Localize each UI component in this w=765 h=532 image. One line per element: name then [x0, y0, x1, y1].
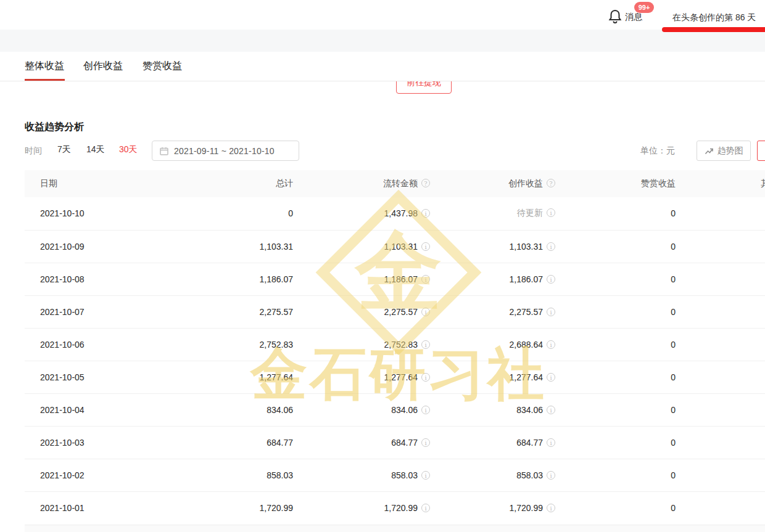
info-icon[interactable]: i — [421, 242, 430, 251]
cell-creation-earnings: 858.03i — [430, 459, 555, 491]
cell-date: 2021-10-02 — [25, 459, 148, 491]
cell-other-earnings — [676, 426, 765, 459]
info-icon[interactable]: i — [421, 308, 430, 316]
tab-overall-earnings[interactable]: 整体收益 — [25, 60, 64, 73]
info-icon[interactable]: i — [421, 340, 430, 349]
info-icon[interactable]: i — [547, 504, 555, 512]
cell-flow-amount: 1,720.99i — [293, 491, 430, 524]
tab-creation-earnings[interactable]: 创作收益 — [83, 60, 123, 73]
cell-date: 2021-10-05 — [25, 361, 148, 393]
unit-label: 单位：元 — [640, 145, 675, 157]
cell-appreciation-earnings: 0 — [555, 328, 676, 361]
cell-total: 1,277.64 — [148, 361, 293, 393]
cell-appreciation-earnings: 0 — [555, 426, 676, 459]
info-icon[interactable]: i — [547, 275, 555, 284]
cell-appreciation-earnings: 0 — [555, 295, 676, 328]
header-date: 日期 — [25, 170, 148, 197]
cell-appreciation-earnings: 0 — [555, 361, 676, 393]
info-icon[interactable]: i — [421, 209, 430, 218]
cell-other-earnings — [676, 459, 765, 491]
calendar-icon — [160, 147, 168, 155]
detail-table-button[interactable]: 明细表 — [757, 141, 765, 161]
cell-total: 1,720.99 — [148, 491, 293, 524]
cell-total: 1,103.31 — [148, 230, 293, 263]
cell-date: 2021-10-07 — [25, 295, 148, 328]
cell-creation-earnings: 待更新i — [430, 197, 555, 230]
cell-other-earnings — [676, 197, 765, 230]
cell-flow-amount: 858.03i — [293, 459, 430, 491]
top-bar: 消息 99+ 在头条创作的第 86 天 — [0, 0, 765, 30]
header-total: 总计 — [148, 170, 293, 197]
cell-total: 684.77 — [148, 426, 293, 459]
cell-appreciation-earnings: 0 — [555, 263, 676, 295]
help-icon[interactable]: ? — [547, 179, 555, 187]
date-range-picker[interactable]: 2021-09-11 ~ 2021-10-10 — [152, 141, 299, 161]
time-filter-label: 时间 — [25, 145, 42, 157]
cell-other-earnings — [676, 393, 765, 426]
cell-appreciation-earnings: 0 — [555, 230, 676, 263]
section-title: 收益趋势分析 — [25, 121, 84, 134]
cell-creation-earnings: 2,688.64i — [430, 328, 555, 361]
cell-creation-earnings: 2,275.57i — [430, 295, 555, 328]
cell-creation-earnings: 1,720.99i — [430, 491, 555, 524]
cell-appreciation-earnings: 0 — [555, 197, 676, 230]
cell-appreciation-earnings: 0 — [555, 459, 676, 491]
info-icon[interactable]: i — [547, 242, 555, 251]
red-marker-underline — [662, 27, 765, 32]
info-icon[interactable]: i — [421, 471, 430, 480]
info-icon[interactable]: i — [547, 471, 555, 480]
info-icon[interactable]: i — [547, 340, 555, 349]
cell-flow-amount: 2,752.83i — [293, 328, 430, 361]
notification-bell-icon[interactable] — [608, 9, 622, 23]
trend-chart-button[interactable]: 趋势图 — [697, 141, 751, 161]
cell-other-earnings — [676, 491, 765, 524]
cell-creation-earnings: 834.06i — [430, 393, 555, 426]
header-other-earnings: 其他收益 — [676, 170, 765, 197]
range-14-days[interactable]: 14天 — [86, 144, 105, 155]
cell-date: 2021-10-01 — [25, 491, 148, 524]
cell-other-earnings — [676, 230, 765, 263]
cell-date: 2021-10-03 — [25, 426, 148, 459]
info-icon[interactable]: i — [421, 504, 430, 512]
cell-flow-amount: 2,275.57i — [293, 295, 430, 328]
cell-flow-amount: 1,103.31i — [293, 230, 430, 263]
info-icon[interactable]: i — [547, 208, 555, 217]
info-icon[interactable]: i — [421, 373, 430, 382]
earnings-table: 日期 总计 流转金额? 创作收益? 赞赏收益 其他收益 2021-10-1001… — [25, 170, 765, 524]
table-row: 2021-10-04834.06834.06i834.06i0 — [25, 393, 765, 426]
info-icon[interactable]: i — [421, 438, 430, 447]
earnings-page: 消息 99+ 在头条创作的第 86 天 前往提现 整体收益 创作收益 赞赏收益 … — [0, 0, 765, 532]
info-icon[interactable]: i — [547, 438, 555, 447]
creation-day-counter: 在头条创作的第 86 天 — [672, 12, 756, 23]
range-30-days[interactable]: 30天 — [119, 144, 138, 155]
cell-total: 2,752.83 — [148, 328, 293, 361]
cell-total: 858.03 — [148, 459, 293, 491]
cell-total: 2,275.57 — [148, 295, 293, 328]
tab-appreciation-earnings[interactable]: 赞赏收益 — [143, 60, 182, 73]
cell-flow-amount: 1,437.98i — [293, 197, 430, 230]
active-tab-underline — [25, 79, 65, 81]
cell-creation-earnings: 1,103.31i — [430, 230, 555, 263]
cell-creation-earnings: 684.77i — [430, 426, 555, 459]
next-section-strip — [25, 525, 765, 532]
earnings-tabs-bar: 整体收益 创作收益 赞赏收益 — [0, 52, 765, 81]
trend-chart-button-label: 趋势图 — [717, 145, 743, 157]
info-icon[interactable]: i — [547, 308, 555, 316]
info-icon[interactable]: i — [547, 373, 555, 382]
help-icon[interactable]: ? — [421, 179, 430, 187]
info-icon[interactable]: i — [547, 406, 555, 414]
range-7-days[interactable]: 7天 — [57, 144, 71, 155]
info-icon[interactable]: i — [421, 275, 430, 284]
cell-other-earnings — [676, 361, 765, 393]
info-icon[interactable]: i — [421, 406, 430, 414]
header-flow-amount: 流转金额? — [293, 170, 430, 197]
table-header-row: 日期 总计 流转金额? 创作收益? 赞赏收益 其他收益 — [25, 170, 765, 197]
cell-date: 2021-10-09 — [25, 230, 148, 263]
header-appreciation-earnings: 赞赏收益 — [555, 170, 676, 197]
table-row: 2021-10-072,275.572,275.57i2,275.57i0 — [25, 295, 765, 328]
table-row: 2021-10-081,186.071,186.07i1,186.07i0 — [25, 263, 765, 295]
messages-link[interactable]: 消息 — [625, 12, 642, 23]
cell-appreciation-earnings: 0 — [555, 393, 676, 426]
cell-date: 2021-10-06 — [25, 328, 148, 361]
cell-flow-amount: 834.06i — [293, 393, 430, 426]
